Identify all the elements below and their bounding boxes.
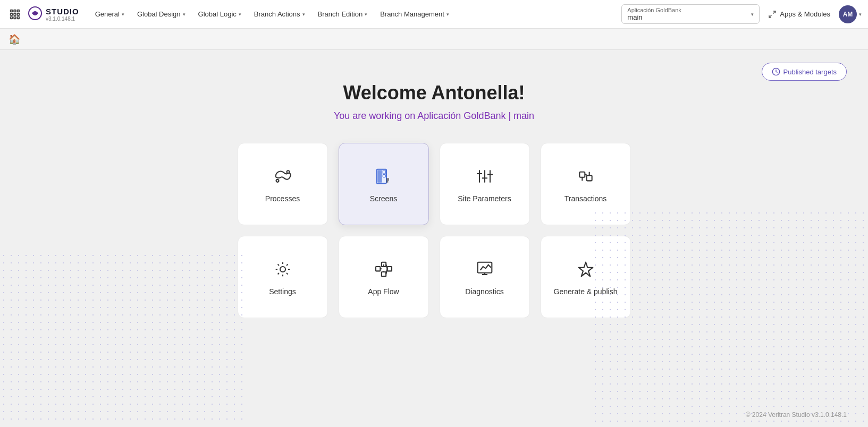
svg-rect-20 <box>579 172 585 177</box>
card-site-parameters-label: Site Parameters <box>458 194 511 203</box>
chevron-down-icon: ▾ <box>446 12 449 17</box>
footer-text: © 2024 Veritran Studio v3.1.0.148.1 <box>746 411 847 419</box>
svg-rect-26 <box>376 267 380 271</box>
card-app-flow-label: App Flow <box>368 287 399 296</box>
nav-branch-edition[interactable]: Branch Edition ▾ <box>313 7 373 21</box>
welcome-title: Welcome Antonella! <box>0 82 868 104</box>
svg-rect-5 <box>18 13 20 15</box>
app-selector[interactable]: Aplicación GoldBank main ▾ <box>621 4 760 24</box>
svg-line-33 <box>386 269 387 274</box>
diagnostics-icon <box>474 259 495 280</box>
svg-point-25 <box>280 267 285 272</box>
svg-rect-3 <box>11 13 13 15</box>
svg-rect-28 <box>381 272 385 276</box>
chevron-down-icon: ▾ <box>302 12 305 17</box>
brand-name: STUDIO <box>46 7 79 16</box>
chevron-down-icon: ▾ <box>239 12 241 17</box>
app-name: Aplicación GoldBank <box>627 7 748 13</box>
app-flow-icon <box>373 259 394 280</box>
grid-menu-icon[interactable] <box>6 6 23 23</box>
site-parameters-icon <box>474 166 495 187</box>
svg-rect-4 <box>14 13 16 15</box>
nav-global-design[interactable]: Global Design ▾ <box>132 7 191 21</box>
svg-rect-7 <box>14 16 16 19</box>
brand-version: v3.1.0.148.1 <box>46 16 79 22</box>
card-screens[interactable]: Screens <box>339 143 429 225</box>
card-transactions-label: Transactions <box>564 194 607 203</box>
published-targets-button[interactable]: Published targets <box>762 63 847 81</box>
svg-rect-6 <box>11 16 13 19</box>
svg-line-34 <box>386 264 387 268</box>
card-settings[interactable]: Settings <box>238 236 328 318</box>
card-site-parameters[interactable]: Site Parameters <box>440 143 530 225</box>
nav-global-logic[interactable]: Global Logic ▾ <box>193 7 247 21</box>
nav-branch-management[interactable]: Branch Management ▾ <box>375 7 454 21</box>
svg-point-11 <box>286 170 289 173</box>
brand: STUDIO v3.1.0.148.1 <box>28 6 79 23</box>
welcome-section: Welcome Antonella! You are working on Ap… <box>0 50 868 122</box>
card-diagnostics-label: Diagnostics <box>465 287 503 296</box>
dot-pattern-right <box>592 209 868 427</box>
card-screens-label: Screens <box>370 194 397 203</box>
main-content: Published targets Welcome Antonella! You… <box>0 50 868 427</box>
welcome-subtitle: You are working on Aplicación GoldBank |… <box>0 110 868 122</box>
brand-text: STUDIO v3.1.0.148.1 <box>46 7 79 22</box>
card-settings-label: Settings <box>269 287 296 296</box>
user-menu-chevron[interactable]: ▾ <box>859 12 862 17</box>
footer: © 2024 Veritran Studio v3.1.0.148.1 <box>746 411 847 419</box>
dot-pattern-left <box>0 252 245 422</box>
nav-branch-actions[interactable]: Branch Actions ▾ <box>249 7 310 21</box>
svg-rect-29 <box>387 267 391 271</box>
card-app-flow[interactable]: App Flow <box>339 236 429 318</box>
settings-icon <box>272 259 293 280</box>
svg-rect-8 <box>18 16 20 19</box>
published-targets-label: Published targets <box>783 68 837 76</box>
transactions-icon <box>575 166 596 187</box>
navbar: STUDIO v3.1.0.148.1 General ▾ Global Des… <box>0 0 868 29</box>
svg-rect-2 <box>18 10 20 12</box>
card-diagnostics[interactable]: Diagnostics <box>440 236 530 318</box>
svg-point-12 <box>276 179 279 182</box>
svg-rect-21 <box>586 175 592 181</box>
chevron-down-icon: ▾ <box>365 12 367 17</box>
screens-icon <box>373 166 394 187</box>
chevron-down-icon: ▾ <box>183 12 186 17</box>
subbar: 🏠 <box>0 29 868 50</box>
chevron-down-icon: ▾ <box>751 12 754 17</box>
svg-rect-1 <box>14 10 16 12</box>
apps-modules-button[interactable]: Apps & Modules <box>762 7 837 22</box>
card-processes[interactable]: Processes <box>238 143 328 225</box>
chevron-down-icon: ▾ <box>122 12 124 17</box>
processes-icon <box>272 166 293 187</box>
svg-rect-14 <box>377 170 382 182</box>
app-branch: main <box>627 13 748 21</box>
apps-modules-label: Apps & Modules <box>780 10 830 18</box>
user-avatar[interactable]: AM <box>839 5 857 23</box>
brand-logo <box>28 6 43 23</box>
home-icon[interactable]: 🏠 <box>9 33 20 45</box>
nav-general[interactable]: General ▾ <box>90 7 130 21</box>
card-processes-label: Processes <box>265 194 300 203</box>
svg-rect-0 <box>11 10 13 12</box>
